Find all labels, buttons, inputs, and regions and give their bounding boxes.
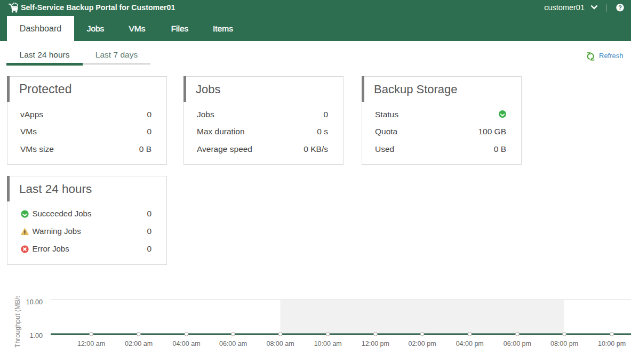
svg-text:1.00: 1.00 [30,332,43,339]
svg-text:02:00 pm: 02:00 pm [408,340,436,347]
svg-text:10.00: 10.00 [26,298,43,306]
svg-text:06:00 pm: 06:00 pm [504,340,531,347]
svg-text:04:00 am: 04:00 am [172,340,200,347]
svg-text:06:00 am: 06:00 am [219,340,247,347]
svg-text:?: ? [618,4,621,11]
svg-text:Throughput (MB/s): Throughput (MB/s) [14,292,21,347]
svg-text:10:00 am: 10:00 am [314,340,342,347]
svg-text:08:00 am: 08:00 am [266,340,294,347]
svg-text:08:00 pm: 08:00 pm [550,340,578,347]
svg-text:04:00 pm: 04:00 pm [456,340,484,347]
svg-text:12:00 pm: 12:00 pm [362,340,389,347]
svg-text:02:00 am: 02:00 am [125,340,153,347]
svg-text:10:00 pm: 10:00 pm [598,340,626,347]
svg-text:12:00 am: 12:00 am [77,340,105,347]
